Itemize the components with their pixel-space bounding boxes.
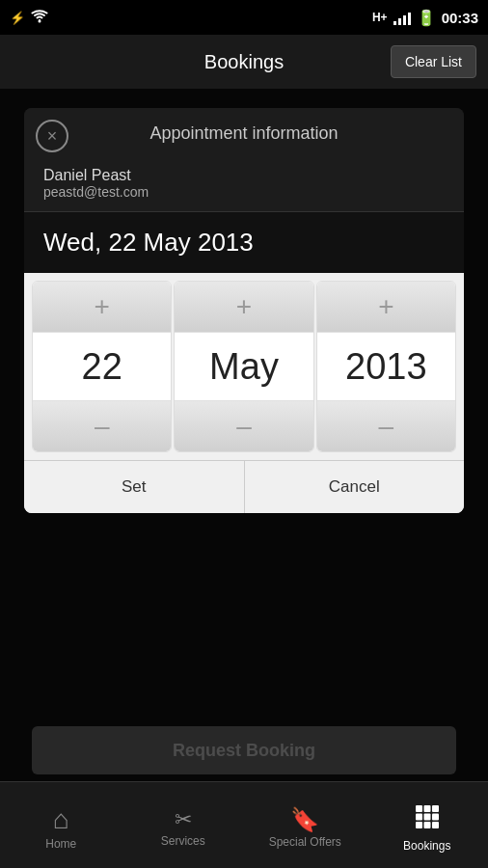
day-increment-button[interactable]: + (33, 282, 171, 332)
day-decrement-button[interactable]: – (33, 401, 171, 451)
svg-rect-1 (416, 805, 422, 812)
page-title: Bookings (167, 51, 322, 73)
clear-list-button[interactable]: Clear List (391, 45, 476, 78)
spinner-container: + 22 – + May – (24, 273, 464, 460)
day-value: 22 (33, 332, 171, 401)
nav-item-special-offers[interactable]: 🔖 Special Offers (244, 782, 366, 868)
dialog-title: Appointment information (24, 108, 464, 159)
year-decrement-button[interactable]: – (317, 401, 455, 451)
year-value: 2013 (317, 332, 455, 401)
nav-label-home: Home (45, 837, 76, 851)
svg-rect-5 (423, 814, 430, 821)
dialog-user-info: Daniel Peast peastd@test.com (24, 159, 464, 212)
home-icon: ⌂ (53, 806, 69, 833)
nav-label-bookings: Bookings (403, 839, 450, 853)
bookmark-icon: 🔖 (290, 808, 319, 831)
network-type: H+ (372, 11, 388, 24)
scissors-icon: ✂ (175, 809, 192, 830)
date-picker: Wed, 22 May 2013 + 22 – + (24, 212, 464, 460)
nav-item-services[interactable]: ✂ Services (122, 782, 245, 868)
year-spinner: + 2013 – (316, 281, 456, 452)
minus-icon: – (236, 411, 252, 442)
minus-icon: – (95, 411, 110, 442)
battery-icon: 🔋 (417, 9, 436, 27)
plus-icon: + (378, 291, 393, 322)
signal-bars (393, 10, 411, 25)
year-increment-button[interactable]: + (317, 282, 455, 332)
svg-rect-9 (432, 822, 439, 828)
month-value: May (175, 332, 312, 401)
month-spinner: + May – (174, 281, 313, 452)
user-name: Daniel Peast (43, 167, 445, 184)
status-left-icons: ⚡ (10, 10, 48, 26)
nav-label-services: Services (161, 834, 205, 848)
cancel-button[interactable]: Cancel (245, 461, 465, 513)
bottom-nav: ⌂ Home ✂ Services 🔖 Special Offers Booki… (0, 781, 488, 868)
svg-rect-6 (432, 814, 439, 821)
plus-icon: + (94, 291, 109, 322)
svg-rect-4 (416, 814, 422, 821)
dialog-actions: Set Cancel (24, 460, 464, 513)
nav-label-special-offers: Special Offers (269, 835, 341, 849)
user-email: peastd@test.com (43, 184, 445, 200)
nav-item-bookings[interactable]: Bookings (366, 782, 489, 868)
status-time: 00:33 (442, 10, 478, 26)
status-bar: ⚡ H+ 🔋 00:33 (0, 0, 488, 35)
dialog: × Appointment information Daniel Peast p… (24, 108, 464, 513)
modal-overlay: × Appointment information Daniel Peast p… (0, 89, 488, 781)
month-decrement-button[interactable]: – (175, 401, 312, 451)
svg-rect-3 (432, 805, 439, 812)
plus-icon: + (236, 291, 252, 322)
svg-point-0 (39, 19, 41, 22)
status-right-icons: H+ 🔋 00:33 (372, 9, 478, 27)
usb-icon: ⚡ (10, 11, 25, 25)
month-increment-button[interactable]: + (175, 282, 312, 332)
wifi-icon (31, 10, 48, 26)
calendar-grid-icon (414, 803, 441, 835)
svg-rect-7 (416, 822, 422, 828)
nav-item-home[interactable]: ⌂ Home (0, 782, 122, 868)
minus-icon: – (379, 411, 394, 442)
date-display: Wed, 22 May 2013 (24, 212, 464, 273)
svg-rect-2 (423, 805, 430, 812)
set-button[interactable]: Set (24, 461, 245, 513)
dialog-close-button[interactable]: × (36, 120, 68, 152)
svg-rect-8 (423, 822, 430, 828)
app-header: Bookings Clear List (0, 35, 488, 89)
day-spinner: + 22 – (32, 281, 172, 452)
